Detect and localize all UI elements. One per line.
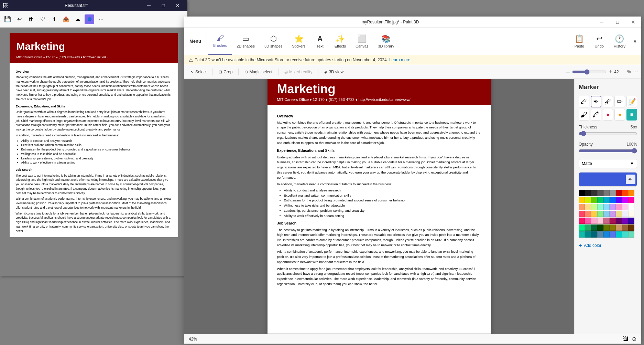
color-red2[interactable] <box>579 211 585 217</box>
notification-link[interactable]: Learn more <box>389 58 410 62</box>
color-green[interactable] <box>597 197 603 203</box>
outer-ribbon-undo[interactable]: ↩ <box>14 14 24 24</box>
color-spring[interactable] <box>579 224 585 231</box>
color-olive[interactable] <box>603 224 610 231</box>
paint3d-maximize-btn[interactable]: □ <box>610 17 625 28</box>
color-cream[interactable] <box>628 211 634 217</box>
paint3d-close-btn[interactable]: ✕ <box>625 17 641 28</box>
color-yellow[interactable] <box>585 197 591 203</box>
color-dk-brown[interactable] <box>628 224 634 231</box>
color-dark-olive[interactable] <box>610 224 616 231</box>
outer-ribbon-cloud[interactable]: ☁ <box>73 14 83 24</box>
tab-3dshapes[interactable]: ⬡ 3D shapes <box>260 28 287 55</box>
color-violet[interactable] <box>622 197 628 203</box>
marker-tool-3[interactable]: 🖋 <box>603 96 613 107</box>
color-gold[interactable] <box>591 211 597 217</box>
color-steel-blue[interactable] <box>597 231 603 238</box>
tab-2dshapes[interactable]: ▭ 2D shapes <box>232 28 260 55</box>
select-btn[interactable]: ↖ Select <box>187 68 210 76</box>
color-hot-pink[interactable] <box>579 218 585 224</box>
outer-ribbon-info[interactable]: ℹ <box>50 14 59 24</box>
paint3d-minimize-btn[interactable]: ─ <box>594 17 610 28</box>
color-pink[interactable] <box>628 197 634 203</box>
marker-tool-7[interactable]: 🖍 <box>591 109 601 121</box>
color-tan[interactable] <box>616 224 622 231</box>
opacity-slider[interactable] <box>579 148 637 154</box>
color-purple[interactable] <box>616 197 622 203</box>
tab-paste[interactable]: 📋 Paste <box>569 28 590 55</box>
marker-tool-9[interactable]: ● <box>614 109 625 121</box>
outer-ribbon-delete[interactable]: 🗑 <box>26 14 36 24</box>
color-dark-purple[interactable] <box>616 218 622 224</box>
color-medium-green[interactable] <box>585 224 591 231</box>
status-image-icon[interactable]: 🖼 <box>623 336 629 342</box>
color-lt-green[interactable] <box>597 204 603 210</box>
tab-3dlibrary[interactable]: 📚 3D library <box>373 28 399 55</box>
color-lt-purple[interactable] <box>610 204 616 210</box>
outer-close-btn[interactable]: ✕ <box>171 0 185 11</box>
color-red[interactable] <box>616 190 622 196</box>
color-white[interactable] <box>628 204 634 210</box>
expand-ribbon-btn[interactable]: ∧ <box>630 28 640 55</box>
current-color-swatch[interactable]: ✏ <box>579 172 637 187</box>
menu-button[interactable]: Menu <box>185 28 205 55</box>
color-baby-pink[interactable] <box>591 218 597 224</box>
color-pale-pink[interactable] <box>597 218 603 224</box>
brush-type-dropdown[interactable]: Matte ▼ <box>579 159 637 168</box>
tab-undo[interactable]: ↩ Undo <box>590 28 609 55</box>
magic-select-btn[interactable]: ⊙ Magic select <box>241 68 276 76</box>
color-mint[interactable] <box>597 211 603 217</box>
tab-canvas[interactable]: ⬜ Canvas <box>351 28 373 55</box>
tab-brushes[interactable]: 🖌 Brushes <box>208 28 232 55</box>
color-lt-pink2[interactable] <box>622 204 628 210</box>
color-dark3[interactable] <box>597 190 603 196</box>
color-dodger[interactable] <box>603 231 610 238</box>
color-lavender[interactable] <box>610 211 616 217</box>
color-sky[interactable] <box>603 211 610 217</box>
zoom-in-btn[interactable]: + <box>609 69 612 75</box>
color-orange[interactable] <box>628 190 634 196</box>
tab-effects[interactable]: ✨ Effects <box>330 28 351 55</box>
marker-tool-5[interactable]: 📝 <box>626 96 637 107</box>
color-black[interactable] <box>579 190 585 196</box>
color-dark-teal[interactable] <box>585 231 591 238</box>
outer-minimize-btn[interactable]: ─ <box>142 0 156 11</box>
color-dark-green[interactable] <box>591 224 597 231</box>
tab-history[interactable]: 🕐 History <box>609 28 630 55</box>
color-dark2[interactable] <box>591 190 597 196</box>
outer-ribbon-overflow[interactable]: ⋯ <box>96 14 106 24</box>
color-blue[interactable] <box>610 197 616 203</box>
color-dark-cyan[interactable] <box>591 231 597 238</box>
3d-view-btn[interactable]: ◈ 3D view <box>320 68 347 76</box>
mixed-reality-btn[interactable]: ◎ Mixed reality <box>281 68 316 76</box>
outer-ribbon-share[interactable]: 📤 <box>61 14 71 24</box>
thickness-slider[interactable] <box>579 131 637 136</box>
zoom-out-btn[interactable]: ─ <box>566 69 570 75</box>
marker-tool-10[interactable]: ■ <box>626 109 637 121</box>
add-color-btn[interactable]: + Add color <box>579 241 637 250</box>
color-lt-pink[interactable] <box>616 204 622 210</box>
h-scrollbar[interactable] <box>268 333 491 334</box>
zoom-more-btn[interactable]: ⋯ <box>633 69 638 75</box>
color-forest[interactable] <box>597 224 603 231</box>
color-aqua[interactable] <box>616 231 622 238</box>
outer-ribbon-fav[interactable]: ♡ <box>38 14 47 24</box>
color-salmon[interactable] <box>585 211 591 217</box>
eyedropper-btn[interactable]: ✏ <box>626 175 635 184</box>
color-lt-gold[interactable] <box>616 211 622 217</box>
marker-tool-4[interactable]: ✏ <box>614 96 625 107</box>
color-mauve[interactable] <box>603 218 610 224</box>
color-indigo[interactable] <box>628 218 634 224</box>
color-pale-blue[interactable] <box>622 211 628 217</box>
color-pink3[interactable] <box>585 218 591 224</box>
marker-tool-1[interactable]: 🖊 <box>579 96 589 107</box>
color-dark1[interactable] <box>585 190 591 196</box>
color-gray1[interactable] <box>603 190 610 196</box>
color-lime[interactable] <box>591 197 597 203</box>
canvas-area[interactable]: Marketing MIT Careers Office ♦ 12-170 ♦ … <box>184 79 574 334</box>
zoom-slider[interactable] <box>572 69 607 75</box>
crop-btn[interactable]: ⊡ Crop <box>215 68 236 76</box>
color-turquoise[interactable] <box>622 231 628 238</box>
color-brown[interactable] <box>622 224 628 231</box>
tab-stickers[interactable]: ⭐ Stickers <box>287 28 310 55</box>
